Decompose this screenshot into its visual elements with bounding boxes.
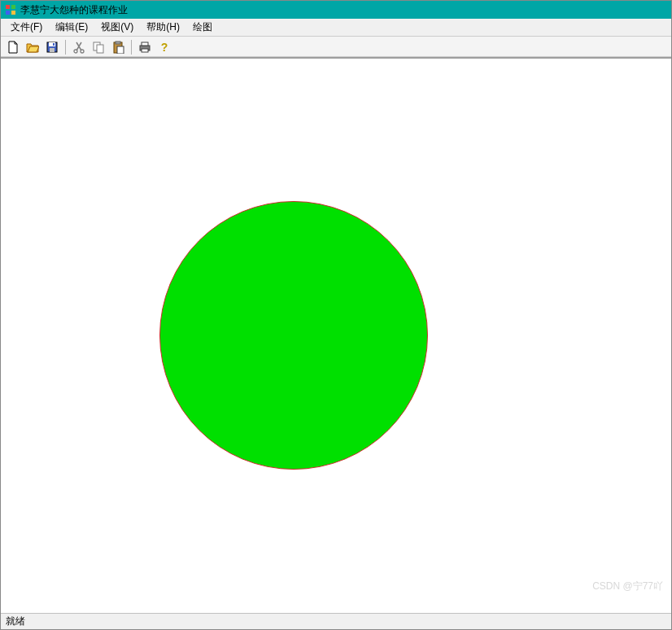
app-icon (4, 3, 17, 16)
svg-rect-11 (97, 45, 103, 53)
svg-rect-1 (11, 5, 15, 9)
svg-rect-7 (53, 43, 55, 46)
svg-rect-2 (6, 11, 10, 15)
svg-rect-3 (11, 11, 15, 15)
watermark: CSDN @宁77吖 (592, 580, 663, 593)
svg-rect-0 (6, 5, 10, 9)
titlebar: 李慧宁大怨种的课程作业 (1, 1, 671, 19)
open-file-icon[interactable] (24, 38, 41, 56)
print-icon[interactable] (136, 38, 154, 56)
menu-view[interactable]: 视图(V) (94, 19, 140, 36)
canvas-area[interactable]: CSDN @宁77吖 (1, 58, 671, 613)
menu-file[interactable]: 文件(F) (4, 19, 49, 36)
toolbar-separator (65, 40, 66, 55)
status-text: 就绪 (6, 615, 25, 628)
menu-draw[interactable]: 绘图 (186, 19, 219, 36)
copy-icon[interactable] (89, 38, 107, 56)
paste-icon[interactable] (109, 38, 127, 56)
toolbar-separator (131, 40, 132, 55)
statusbar: 就绪 (1, 613, 671, 629)
svg-point-9 (81, 50, 84, 53)
drawn-circle (159, 201, 428, 470)
menu-edit[interactable]: 编辑(E) (49, 19, 94, 36)
menu-help[interactable]: 帮助(H) (140, 19, 186, 36)
save-file-icon[interactable] (43, 38, 61, 56)
new-file-icon[interactable] (4, 38, 22, 56)
svg-rect-14 (117, 46, 124, 54)
svg-text:?: ? (161, 41, 168, 54)
svg-rect-6 (50, 48, 55, 52)
svg-rect-13 (116, 42, 120, 44)
toolbar: ? (1, 37, 671, 58)
menubar: 文件(F) 编辑(E) 视图(V) 帮助(H) 绘图 (1, 19, 671, 37)
svg-rect-17 (142, 49, 148, 52)
svg-point-8 (74, 50, 77, 53)
cut-icon[interactable] (70, 38, 88, 56)
help-icon[interactable]: ? (155, 38, 173, 56)
svg-rect-16 (142, 42, 148, 46)
window-title: 李慧宁大怨种的课程作业 (20, 3, 128, 17)
